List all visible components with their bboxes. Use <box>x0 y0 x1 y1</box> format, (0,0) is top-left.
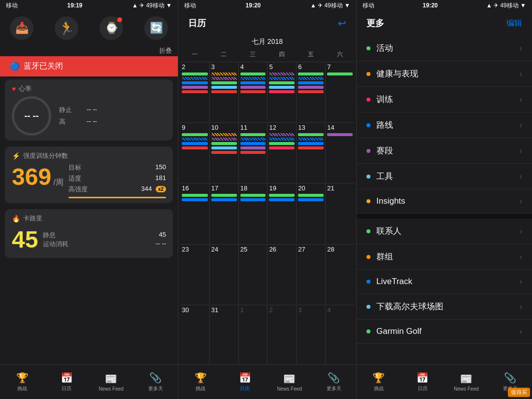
x2-badge: x2 <box>156 186 166 192</box>
cal-day-6[interactable]: 6 <box>296 62 325 121</box>
groups-dot <box>366 255 370 259</box>
cal-day-aug4[interactable]: 4 <box>325 305 354 364</box>
weekday-thu: 四 <box>267 48 296 61</box>
cal-day-num-24: 24 <box>211 246 237 253</box>
nav-newsfeed-3[interactable]: 📰 News Feed <box>444 373 488 392</box>
cal-day-5[interactable]: 5 <box>267 62 296 121</box>
nav-calendar-2[interactable]: 📅 日历 <box>223 372 267 392</box>
cal-day-num-11: 11 <box>240 124 266 131</box>
menu-item-activities[interactable]: 活动 › <box>357 36 532 61</box>
cal-day-28[interactable]: 28 <box>325 245 354 304</box>
calories-big-number: 45 <box>12 226 38 253</box>
tools-chevron: › <box>520 172 522 181</box>
garmin-golf-label: Garmin Golf <box>376 326 520 336</box>
nav-newsfeed-1[interactable]: 📰 News Feed <box>89 373 133 392</box>
bar-9-2 <box>182 138 208 141</box>
cal-day-31[interactable]: 31 <box>209 305 238 364</box>
hr-high-label: 高 <box>59 117 66 126</box>
cal-day-aug1[interactable]: 1 <box>238 305 267 364</box>
bar-14-1 <box>327 133 353 136</box>
menu-item-golf-download[interactable]: 下载高尔夫球场图 › <box>357 294 532 320</box>
training-chevron: › <box>520 95 522 104</box>
time-1: 19:19 <box>67 2 83 9</box>
cal-day-19[interactable]: 19 <box>267 183 296 243</box>
nav-challenges-2[interactable]: 🏆 挑战 <box>178 372 223 392</box>
cal-day-13[interactable]: 13 <box>296 123 325 182</box>
cal-day-16[interactable]: 16 <box>180 183 209 243</box>
menu-item-groups[interactable]: 群组 › <box>357 244 532 270</box>
bar-3-3 <box>211 81 237 84</box>
time-2: 19:20 <box>246 2 261 9</box>
calendar-title: 日历 <box>188 17 206 29</box>
cal-day-17[interactable]: 17 <box>209 183 238 243</box>
cal-day-12[interactable]: 12 <box>267 123 296 182</box>
cal-day-24[interactable]: 24 <box>209 245 238 304</box>
bar-3-5 <box>211 90 237 93</box>
nav-newsfeed-2[interactable]: 📰 News Feed <box>267 373 312 392</box>
nav-calendar-1[interactable]: 📅 日历 <box>44 372 89 392</box>
cal-day-2[interactable]: 2 <box>180 62 209 121</box>
menu-item-health[interactable]: 健康与表现 › <box>357 61 532 87</box>
cal-day-7[interactable]: 7 <box>325 62 354 121</box>
cal-day-21[interactable]: 21 <box>325 183 354 243</box>
cal-day-18[interactable]: 18 <box>238 183 267 243</box>
activities-label: 活动 <box>376 42 520 54</box>
fold-label[interactable]: 折叠 <box>0 45 178 56</box>
bar-20-2 <box>298 198 324 201</box>
cal-day-10[interactable]: 10 <box>209 123 238 182</box>
calendar-week-3: 16 17 18 19 20 <box>180 183 354 243</box>
intensity-high-label: 高强度 <box>68 185 88 194</box>
cal-day-num-aug2: 2 <box>269 306 295 314</box>
bar-4-3 <box>240 81 266 84</box>
cal-day-14[interactable]: 14 <box>325 123 354 182</box>
nav-more-1[interactable]: 📎 更多天 <box>133 372 178 392</box>
calendar-back-icon[interactable]: ↩ <box>338 17 346 29</box>
menu-item-contacts[interactable]: 联系人 › <box>357 218 532 244</box>
inbox-icon-btn[interactable]: 📥 <box>10 16 33 40</box>
cal-day-27[interactable]: 27 <box>296 245 325 304</box>
menu-item-training[interactable]: 训练 › <box>357 87 532 112</box>
more-label-1: 更多天 <box>148 385 163 392</box>
cal-day-4[interactable]: 4 <box>238 62 267 121</box>
intensity-target-label: 目标 <box>68 163 81 172</box>
watch-icon-btn[interactable]: ⌚ <box>100 16 123 40</box>
nav-more-2[interactable]: 📎 更多天 <box>312 372 356 392</box>
menu-item-tools[interactable]: 工具 › <box>357 164 532 189</box>
weekday-sat: 六 <box>325 48 354 61</box>
menu-item-insights[interactable]: Insights › <box>357 189 532 214</box>
heart-rate-gauge-value: -- -- <box>25 111 39 121</box>
cal-day-30[interactable]: 30 <box>180 305 209 364</box>
menu-item-livetrack[interactable]: LiveTrack › <box>357 270 532 294</box>
menu-item-routes[interactable]: 路线 › <box>357 112 532 138</box>
bar-4-1 <box>240 73 266 75</box>
nav-calendar-3[interactable]: 📅 日历 <box>400 372 444 392</box>
cal-day-9[interactable]: 9 <box>180 123 209 182</box>
cal-day-25[interactable]: 25 <box>238 245 267 304</box>
cal-day-num-aug1: 1 <box>240 306 266 314</box>
cal-day-11[interactable]: 11 <box>238 123 267 182</box>
cal-day-aug3[interactable]: 3 <box>296 305 325 364</box>
bar-2-5 <box>182 90 208 93</box>
more-edit-button[interactable]: 编辑 <box>506 18 522 29</box>
menu-item-garmin-golf[interactable]: Garmin Golf › <box>357 320 532 344</box>
nav-challenges-1[interactable]: 🏆 挑战 <box>0 372 44 392</box>
cal-day-26[interactable]: 26 <box>267 245 296 304</box>
intensity-card: ⚡ 强度训练分钟数 369 /周 目标 150 适度 181 高强度 344 <box>5 146 173 203</box>
bar-12-3 <box>269 142 295 145</box>
nav-challenges-3[interactable]: 🏆 挑战 <box>357 372 400 392</box>
cal-day-3[interactable]: 3 <box>209 62 238 121</box>
refresh-icon-btn[interactable]: 🔄 <box>144 16 168 40</box>
activities-chevron: › <box>520 44 522 53</box>
menu-item-segments[interactable]: 赛段 › <box>357 138 532 164</box>
garmin-golf-dot <box>366 329 370 333</box>
training-label: 训练 <box>376 94 520 105</box>
runner-icon-btn[interactable]: 🏃 <box>55 16 78 40</box>
cal-day-aug2[interactable]: 2 <box>267 305 296 364</box>
cal-day-23[interactable]: 23 <box>180 245 209 304</box>
more-icon-2: 📎 <box>328 372 340 384</box>
cal-day-20[interactable]: 20 <box>296 183 325 243</box>
intensity-content: 369 /周 目标 150 适度 181 高强度 344 x2 <box>12 163 166 198</box>
calendar-label-2: 日历 <box>240 385 250 392</box>
bar-5-5 <box>269 90 295 93</box>
bluetooth-text: 蓝牙已关闭 <box>24 61 63 72</box>
